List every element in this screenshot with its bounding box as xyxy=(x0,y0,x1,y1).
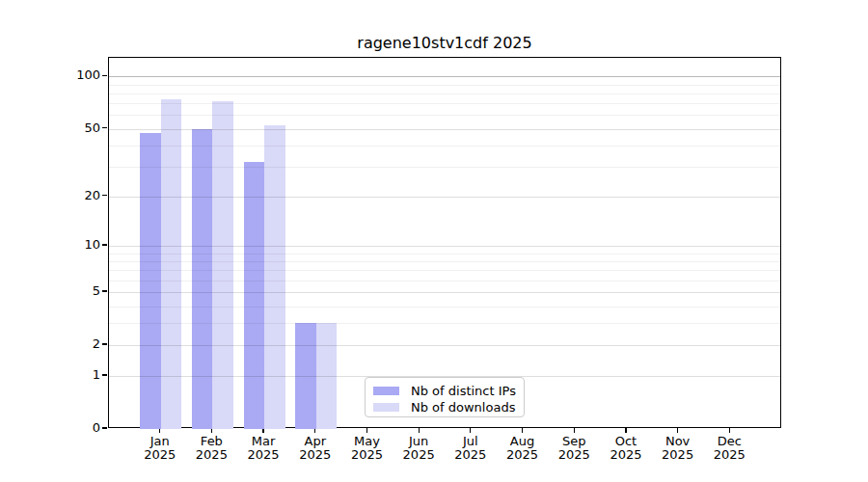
bar-downloads-feb xyxy=(212,101,233,429)
x-tick-mark-dec xyxy=(729,428,730,433)
y-axis-tick-label-2: 2 xyxy=(56,336,100,352)
y-axis-tick-label-0: 0 xyxy=(56,420,100,436)
legend: Nb of distinct IPs Nb of downloads xyxy=(365,377,525,417)
month-year: 2025 xyxy=(599,448,653,462)
month-year: 2025 xyxy=(651,448,705,462)
y-axis-tick-label-20: 20 xyxy=(56,188,100,203)
y-tick-mark-50 xyxy=(102,127,107,128)
plot-area xyxy=(108,57,781,428)
x-tick-mark-oct xyxy=(625,428,626,433)
month-year: 2025 xyxy=(339,448,393,462)
y-tick-mark-100 xyxy=(102,75,107,76)
gridline-minor-70 xyxy=(109,103,780,104)
y-tick-mark-5 xyxy=(102,290,107,291)
gridline-minor-60 xyxy=(109,115,780,116)
bar-distinct-ips-mar xyxy=(244,162,265,429)
month-year: 2025 xyxy=(547,448,601,462)
x-tick-mark-aug xyxy=(522,428,523,433)
x-tick-mark-jul xyxy=(470,428,471,433)
bar-distinct-ips-feb xyxy=(192,129,213,429)
y-axis-tick-label-50: 50 xyxy=(56,120,100,136)
month-year: 2025 xyxy=(702,448,756,462)
month-year: 2025 xyxy=(392,448,446,462)
figure-canvas: { "title": "ragene10stv1cdf 2025", "colo… xyxy=(0,0,868,482)
legend-item-downloads: Nb of downloads xyxy=(373,399,516,415)
legend-swatch-distinct-ips-icon xyxy=(373,387,399,395)
gridline-minor-7 xyxy=(109,270,780,271)
x-axis-tick-label-sep: Sep2025 xyxy=(547,435,601,462)
x-axis-tick-label-dec: Dec2025 xyxy=(702,435,756,462)
month-year: 2025 xyxy=(184,448,238,462)
gridline-minor-9 xyxy=(109,254,780,254)
y-axis-tick-label-10: 10 xyxy=(56,237,100,253)
x-tick-mark-jun xyxy=(419,428,420,433)
legend-label-distinct-ips: Nb of distinct IPs xyxy=(411,384,516,398)
legend-item-distinct-ips: Nb of distinct IPs xyxy=(373,383,516,398)
month-name: Dec xyxy=(702,435,756,448)
month-name: Jun xyxy=(392,435,446,448)
y-tick-mark-0 xyxy=(102,427,107,428)
month-name: Sep xyxy=(547,435,601,448)
y-tick-mark-2 xyxy=(102,343,107,344)
x-axis-tick-label-jul: Jul2025 xyxy=(444,435,498,462)
month-year: 2025 xyxy=(236,448,290,462)
month-name: Jan xyxy=(133,435,187,448)
month-name: Mar xyxy=(236,435,290,448)
x-axis-tick-label-aug: Aug2025 xyxy=(496,435,550,462)
x-axis-tick-label-apr: Apr2025 xyxy=(288,435,342,462)
x-tick-mark-sep xyxy=(574,428,575,433)
bar-downloads-mar xyxy=(264,125,285,429)
month-year: 2025 xyxy=(288,448,342,462)
x-axis-tick-label-jun: Jun2025 xyxy=(392,435,446,462)
chart-title: ragene10stv1cdf 2025 xyxy=(108,34,781,52)
month-year: 2025 xyxy=(444,448,498,462)
legend-label-downloads: Nb of downloads xyxy=(411,400,515,415)
month-name: Oct xyxy=(599,435,653,448)
month-name: Aug xyxy=(496,435,550,448)
month-year: 2025 xyxy=(496,448,550,462)
y-tick-mark-10 xyxy=(102,244,107,245)
gridline-minor-3 xyxy=(109,323,780,324)
month-name: May xyxy=(339,435,393,448)
y-axis-tick-label-1: 1 xyxy=(56,367,100,383)
x-tick-mark-may xyxy=(366,428,367,433)
x-tick-mark-nov xyxy=(677,428,678,433)
gridline-minor-30 xyxy=(109,167,780,168)
gridline-major-100 xyxy=(109,76,780,77)
gridline-minor-90 xyxy=(109,85,780,86)
gridline-major-5 xyxy=(109,292,780,293)
gridline-major-20 xyxy=(109,197,780,198)
y-axis-tick-label-5: 5 xyxy=(56,283,100,299)
y-tick-mark-1 xyxy=(102,374,107,375)
legend-swatch-downloads-icon xyxy=(373,403,399,412)
x-axis-tick-label-may: May2025 xyxy=(339,435,393,462)
gridline-major-50 xyxy=(109,129,780,130)
x-axis-tick-label-oct: Oct2025 xyxy=(599,435,653,462)
y-tick-mark-20 xyxy=(102,195,107,196)
x-axis-tick-label-nov: Nov2025 xyxy=(651,435,705,462)
x-axis-tick-label-feb: Feb2025 xyxy=(184,435,238,462)
gridline-minor-6 xyxy=(109,281,780,281)
gridline-minor-80 xyxy=(109,94,780,94)
bar-downloads-jan xyxy=(161,99,182,429)
gridline-major-10 xyxy=(109,246,780,247)
month-name: Nov xyxy=(651,435,705,448)
month-year: 2025 xyxy=(133,448,187,462)
y-axis-tick-label-100: 100 xyxy=(56,67,100,83)
month-name: Jul xyxy=(444,435,498,448)
month-name: Apr xyxy=(288,435,342,448)
x-axis-tick-label-mar: Mar2025 xyxy=(236,435,290,462)
gridline-minor-40 xyxy=(109,146,780,147)
month-name: Feb xyxy=(184,435,238,448)
gridline-minor-8 xyxy=(109,261,780,262)
gridline-minor-4 xyxy=(109,307,780,308)
gridline-major-2 xyxy=(109,345,780,346)
x-axis-tick-label-jan: Jan2025 xyxy=(133,435,187,462)
